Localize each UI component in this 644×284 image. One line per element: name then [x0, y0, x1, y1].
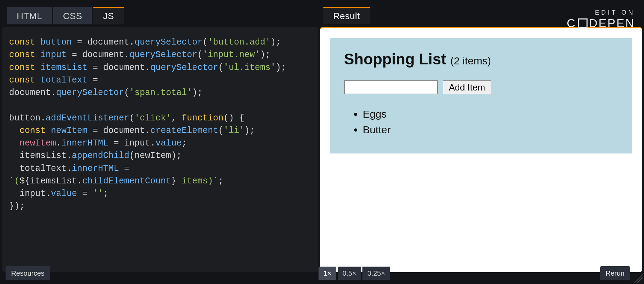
resize-grip-icon[interactable] [634, 274, 643, 283]
shopping-controls: Add Item [344, 80, 618, 94]
shopping-card: Shopping List (2 items) Add Item EggsBut… [330, 38, 632, 153]
list-item: Butter [363, 122, 618, 137]
main-split: const button = document.querySelector('b… [2, 27, 642, 272]
zoom-1x[interactable]: 1× [319, 267, 336, 280]
tab-css[interactable]: CSS [53, 7, 92, 24]
brand-letter-c: C [567, 16, 576, 30]
top-tab-bar: HTML CSS JS Result EDIT ON C DEPEN [2, 2, 642, 27]
resources-button[interactable]: Resources [6, 266, 50, 280]
zoom-0.25x[interactable]: 0.25× [362, 267, 390, 280]
brand-edit-on: EDIT ON [567, 9, 635, 16]
title-text: Shopping List [344, 50, 446, 68]
bottom-bar: Resources 1×0.5×0.25× Rerun [2, 265, 642, 282]
tab-html[interactable]: HTML [7, 7, 52, 24]
zoom-controls: 1×0.5×0.25× [319, 267, 390, 280]
shopping-title: Shopping List (2 items) [344, 50, 618, 68]
tab-result[interactable]: Result [323, 7, 370, 24]
result-pane: Shopping List (2 items) Add Item EggsBut… [320, 27, 642, 272]
cube-icon [578, 18, 588, 28]
tab-js[interactable]: JS [93, 7, 124, 24]
item-count: (2 items) [450, 55, 491, 67]
result-tab-group: Result [322, 2, 370, 24]
codepen-brand[interactable]: EDIT ON C DEPEN [567, 9, 635, 30]
brand-logo: C DEPEN [567, 16, 635, 30]
app-root: HTML CSS JS Result EDIT ON C DEPEN const… [0, 0, 644, 284]
add-item-button[interactable]: Add Item [443, 80, 491, 94]
brand-letters: DEPEN [589, 16, 635, 30]
js-editor[interactable]: const button = document.querySelector('b… [2, 27, 318, 272]
list-item: Eggs [363, 106, 618, 122]
zoom-0.5x[interactable]: 0.5× [338, 267, 361, 280]
new-item-input[interactable] [344, 80, 438, 94]
items-list: EggsButter [363, 106, 618, 137]
rerun-button[interactable]: Rerun [600, 266, 630, 280]
editor-tabs: HTML CSS JS [2, 2, 124, 27]
